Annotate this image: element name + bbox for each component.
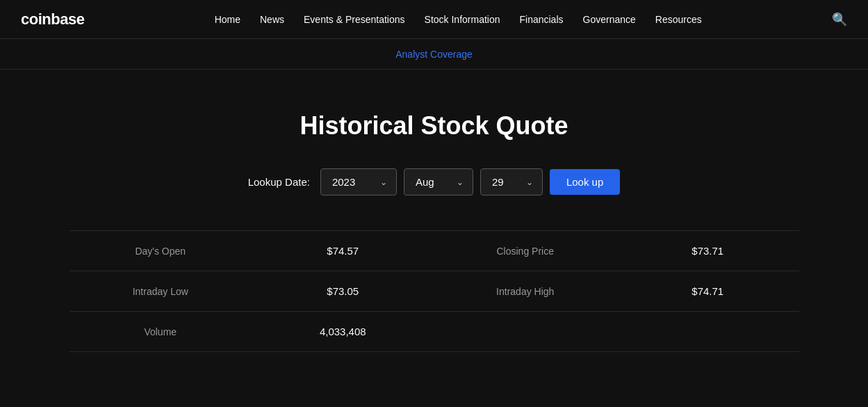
volume-label: Volume: [69, 326, 252, 337]
stock-data-table: Day's Open $74.57 Closing Price $73.71 I…: [69, 230, 799, 352]
volume-value: 4,033,408: [252, 326, 434, 337]
nav-resources[interactable]: Resources: [655, 14, 702, 25]
days-open-label: Day's Open: [69, 246, 252, 257]
intraday-high-label: Intraday High: [434, 286, 617, 297]
days-open-value: $74.57: [252, 245, 434, 257]
nav-governance[interactable]: Governance: [583, 14, 636, 25]
year-select[interactable]: 2021 2022 2023 2024: [320, 168, 397, 195]
nav-home[interactable]: Home: [215, 14, 240, 25]
nav-news[interactable]: News: [260, 14, 284, 25]
page-title: Historical Stock Quote: [300, 111, 568, 141]
lookup-button[interactable]: Look up: [550, 169, 620, 195]
sub-navigation: Analyst Coverage: [0, 38, 868, 70]
stock-row-1: Day's Open $74.57 Closing Price $73.71: [69, 230, 799, 271]
intraday-low-value: $73.05: [252, 285, 434, 297]
day-select[interactable]: 12345 678910 1112131415 1617181920 21222…: [480, 168, 543, 195]
top-navigation: coinbase Home News Events & Presentation…: [0, 0, 868, 38]
coinbase-logo[interactable]: coinbase: [21, 10, 84, 29]
nav-links-list: Home News Events & Presentations Stock I…: [215, 13, 702, 26]
intraday-low-label: Intraday Low: [69, 286, 252, 297]
analyst-coverage-link[interactable]: Analyst Coverage: [395, 49, 473, 60]
lookup-form: Lookup Date: 2021 2022 2023 2024 ⌄ JanFe…: [248, 168, 621, 195]
month-select[interactable]: JanFebMarApr MayJunJulAug SepOctNovDec: [404, 168, 473, 195]
nav-stock-information[interactable]: Stock Information: [425, 14, 500, 25]
month-dropdown-wrapper: JanFebMarApr MayJunJulAug SepOctNovDec ⌄: [404, 168, 473, 195]
day-dropdown-wrapper: 12345 678910 1112131415 1617181920 21222…: [480, 168, 543, 195]
search-icon[interactable]: 🔍: [832, 12, 847, 27]
year-dropdown-wrapper: 2021 2022 2023 2024 ⌄: [320, 168, 397, 195]
intraday-high-value: $74.71: [616, 285, 799, 297]
stock-row-2: Intraday Low $73.05 Intraday High $74.71: [69, 271, 799, 311]
main-content: Historical Stock Quote Lookup Date: 2021…: [0, 70, 868, 380]
nav-events[interactable]: Events & Presentations: [304, 14, 405, 25]
stock-row-3: Volume 4,033,408: [69, 311, 799, 352]
nav-financials[interactable]: Financials: [519, 14, 563, 25]
lookup-label: Lookup Date:: [248, 176, 310, 188]
closing-price-value: $73.71: [616, 245, 799, 257]
closing-price-label: Closing Price: [434, 246, 617, 257]
